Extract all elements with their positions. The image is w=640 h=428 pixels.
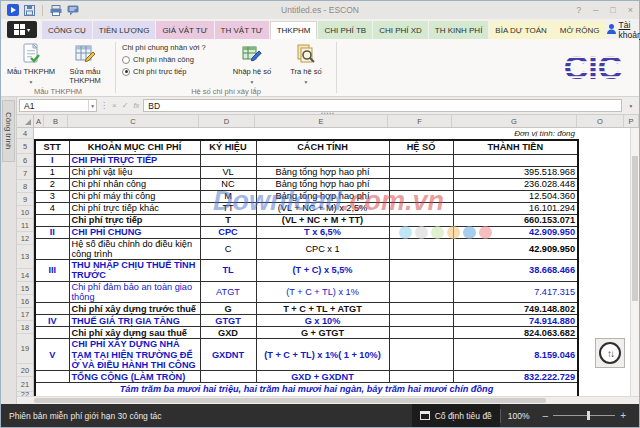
cell-name[interactable]: Chi phí vật liệu <box>69 166 200 178</box>
cell-coef[interactable] <box>389 178 453 190</box>
tra-he-so-button[interactable]: Tra hệ số ▾ <box>280 41 332 86</box>
cell-name[interactable]: Chi phí xây dựng trước thuế <box>69 303 200 315</box>
tab-th-vat-tu[interactable]: TH VẬT TƯ <box>215 21 269 39</box>
cell-amount[interactable]: 7.417.315 <box>453 281 578 303</box>
radio-chi-phi-truc-tiep[interactable]: Chi phí trực tiếp <box>122 67 222 76</box>
cell-symbol[interactable]: CPC <box>200 226 256 238</box>
cell-coef[interactable] <box>389 281 453 303</box>
select-all-corner[interactable] <box>17 115 34 127</box>
tab-bia-du-toan[interactable]: BÌA DỰ TOÁN <box>489 21 552 39</box>
cell-symbol[interactable]: ATGT <box>200 281 256 303</box>
column-header-F[interactable]: F <box>388 115 452 127</box>
cell-coef[interactable] <box>389 190 453 202</box>
cell-stt[interactable]: II <box>35 226 69 238</box>
cell-amount[interactable]: 824.063.682 <box>453 327 578 339</box>
tab-thkphm[interactable]: THKPHM <box>270 21 318 39</box>
cell-amount[interactable]: 395.518.968 <box>453 166 578 178</box>
cell-formula[interactable]: (T + C) x 5,5% <box>256 260 389 282</box>
column-header-O[interactable]: O <box>577 115 624 127</box>
formula-expand-button[interactable]: ▾ <box>625 103 637 109</box>
cell-formula[interactable]: Bảng tổng hợp hao phí <box>256 190 389 202</box>
column-header-B[interactable]: B <box>44 115 68 127</box>
close-button[interactable]: × <box>628 6 633 15</box>
row-header-12[interactable]: 12 <box>17 232 33 245</box>
column-header-D[interactable]: D <box>199 115 255 127</box>
amount-in-words[interactable]: Tám trăm ba mươi hai triệu, hai trăm hai… <box>35 383 578 396</box>
cell-name[interactable]: Chi phí đảm bảo an toàn giao thông <box>69 281 200 303</box>
tab-cong-cu[interactable]: CÔNG CỤ <box>42 21 92 39</box>
cell-formula[interactable]: CPC x 1 <box>256 238 389 260</box>
mau-thkphm-button[interactable]: Mẫu THKPHM ▾ <box>5 41 57 86</box>
cell-symbol[interactable]: TL <box>200 260 256 282</box>
cell-stt[interactable]: I <box>35 154 69 166</box>
cell-name[interactable]: CHI PHÍ CHUNG <box>69 226 200 238</box>
cell-name[interactable]: CHI PHÍ TRỰC TIẾP <box>69 154 200 166</box>
cell-name[interactable]: THUẾ GIÁ TRỊ GIA TĂNG <box>69 315 200 327</box>
cell-amount[interactable]: 42.909.950 <box>453 226 578 238</box>
cell-formula[interactable]: (VL + NC + M + TT) <box>256 214 389 226</box>
cell-name[interactable]: THU NHẬP CHỊU THUẾ TÍNH TRƯỚC <box>69 260 200 282</box>
cell-symbol[interactable]: NC <box>200 178 256 190</box>
freeze-header-button[interactable]: Cố định tiêu đề <box>412 404 500 427</box>
cell-formula[interactable]: Bảng tổng hợp hao phí <box>256 166 389 178</box>
cell-name[interactable]: Chi phí máy thi công <box>69 190 200 202</box>
cell-stt[interactable] <box>35 303 69 315</box>
row-header-14[interactable]: 14 <box>17 269 33 282</box>
cell-coef[interactable] <box>389 260 453 282</box>
cell-formula[interactable]: Bảng tổng hợp hao phí <box>256 178 389 190</box>
cancel-entry-button[interactable]: × <box>111 101 118 110</box>
formula-input[interactable]: BD <box>143 99 622 112</box>
account-button[interactable]: Tài khoản <box>607 21 640 39</box>
row-header-20[interactable]: 20 <box>17 364 33 377</box>
cell-amount[interactable]: 832.222.729 <box>453 371 578 383</box>
cell-formula[interactable]: (T + C + TL) x 1% <box>256 281 389 303</box>
sua-mau-thkphm-button[interactable]: Sửa mẫu THKPHM <box>59 41 111 85</box>
cell-stt[interactable]: 4 <box>35 202 69 214</box>
cell-symbol[interactable]: VL <box>200 166 256 178</box>
tab-chi-phi-xd[interactable]: CHI PHÍ XD <box>373 21 428 39</box>
tab-chi-phi-tb[interactable]: CHI PHÍ TB <box>318 21 372 39</box>
cell-amount[interactable]: 16.101.294 <box>453 202 578 214</box>
column-header-G[interactable]: G <box>452 115 577 127</box>
row-header-4[interactable]: 4 <box>17 128 33 139</box>
row-header-7[interactable]: 7 <box>17 167 33 180</box>
split-handle[interactable]: ••••• <box>321 111 335 115</box>
cell-name[interactable]: Chi phí nhân công <box>69 178 200 190</box>
cell-stt[interactable]: 3 <box>35 190 69 202</box>
row-header-19[interactable]: 19 <box>17 334 33 364</box>
horizontal-scrollbar[interactable] <box>17 396 639 404</box>
cell-symbol[interactable] <box>200 371 256 383</box>
confirm-entry-button[interactable]: ✓ <box>121 101 130 110</box>
vertical-scrollbar-thumb[interactable] <box>632 156 638 301</box>
cell-stt[interactable] <box>35 238 69 260</box>
zoom-slider-thumb[interactable] <box>587 411 590 420</box>
vertical-scrollbar[interactable] <box>630 128 639 396</box>
scroll-top-bottom-button[interactable]: ↑↓ <box>595 338 625 368</box>
cell-coef[interactable] <box>389 339 453 371</box>
cell-coef[interactable] <box>389 303 453 315</box>
zoom-slider[interactable] <box>553 415 615 416</box>
cell-amount[interactable]: 42.909.950 <box>453 238 578 260</box>
cell-symbol[interactable] <box>200 154 256 166</box>
cell-stt[interactable]: V <box>35 339 69 371</box>
chevron-down-icon[interactable]: ▾ <box>88 100 96 111</box>
tab-th-kinh-phi[interactable]: TH KINH PHÍ <box>429 21 489 39</box>
cell-amount[interactable]: 8.159.046 <box>453 339 578 371</box>
cell-coef[interactable] <box>389 315 453 327</box>
insert-function-button[interactable]: fx <box>132 101 140 110</box>
sheet-tab-cong-trinh[interactable]: Công trình <box>2 100 15 162</box>
cell-coef[interactable] <box>389 371 453 383</box>
cell-coef[interactable] <box>389 226 453 238</box>
help-button[interactable]: ? <box>576 6 581 15</box>
cell-formula[interactable]: (T + C + TL) x 1%( 1 + 10%) <box>256 339 389 371</box>
tab-tien-luong[interactable]: TIỀN LƯỢNG <box>93 21 156 39</box>
nhap-he-so-button[interactable]: Nhập hệ số ▾ <box>226 41 278 86</box>
cell-formula[interactable]: G x 10% <box>256 315 389 327</box>
column-header-A[interactable]: A <box>34 115 44 127</box>
cell-formula[interactable]: GXD + GXDNT <box>256 371 389 383</box>
cell-stt[interactable]: IV <box>35 315 69 327</box>
row-header-17[interactable]: 17 <box>17 308 33 321</box>
cell-coef[interactable] <box>389 238 453 260</box>
feedback-icon[interactable] <box>67 5 79 16</box>
cell-coef[interactable] <box>389 202 453 214</box>
